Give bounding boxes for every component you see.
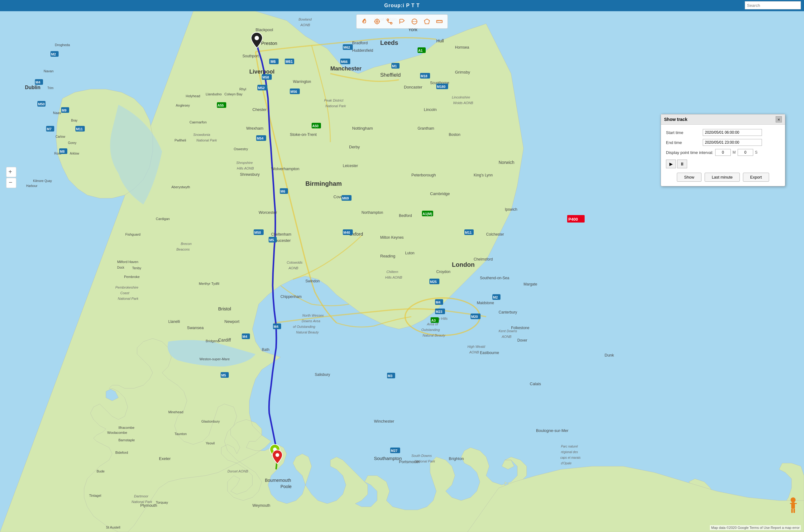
- svg-text:Natural Beauty: Natural Beauty: [423, 334, 446, 337]
- svg-text:Bath: Bath: [262, 347, 270, 352]
- svg-text:Derby: Derby: [349, 145, 360, 149]
- panel-close-button[interactable]: ×: [776, 116, 782, 122]
- svg-text:Chiltern: Chiltern: [386, 270, 398, 274]
- svg-text:Hills AONB: Hills AONB: [237, 167, 254, 170]
- svg-text:Birmingham: Birmingham: [305, 180, 342, 187]
- svg-text:Holyhead: Holyhead: [186, 94, 200, 98]
- show-track-panel: Show track × Start time End time Display…: [661, 114, 785, 186]
- svg-text:Grantham: Grantham: [418, 126, 434, 131]
- svg-text:Cardigan: Cardigan: [156, 217, 170, 221]
- svg-text:Nottingham: Nottingham: [352, 126, 373, 131]
- svg-text:Reading: Reading: [380, 254, 395, 258]
- svg-text:Woolacombe: Woolacombe: [107, 431, 127, 434]
- svg-text:Swansea: Swansea: [187, 325, 204, 330]
- show-button[interactable]: Show: [677, 173, 702, 182]
- circle-tool-button[interactable]: [409, 16, 420, 27]
- svg-text:National Park: National Park: [132, 500, 152, 504]
- svg-text:Bowland: Bowland: [299, 17, 312, 21]
- svg-text:Outstanding: Outstanding: [421, 328, 440, 331]
- svg-text:Dartmoor: Dartmoor: [134, 494, 149, 498]
- svg-text:A1(M): A1(M): [423, 212, 432, 216]
- svg-text:M40: M40: [343, 231, 350, 234]
- svg-text:High Weald: High Weald: [467, 345, 485, 348]
- svg-text:Natural Beauty: Natural Beauty: [296, 330, 319, 334]
- svg-text:Exeter: Exeter: [159, 456, 171, 461]
- polygon-tool-button[interactable]: [421, 16, 433, 27]
- svg-text:M4: M4: [36, 80, 40, 84]
- svg-text:Worcester: Worcester: [259, 210, 277, 215]
- svg-text:Bude: Bude: [97, 469, 105, 473]
- svg-text:M2: M2: [493, 296, 498, 299]
- svg-text:Peak District: Peak District: [324, 98, 344, 102]
- svg-text:Yeovil: Yeovil: [206, 441, 215, 445]
- svg-text:Lincolnshire: Lincolnshire: [452, 95, 470, 99]
- svg-text:Pwllheli: Pwllheli: [174, 138, 186, 142]
- toolbar: [356, 14, 448, 29]
- svg-text:Peterborough: Peterborough: [411, 173, 436, 177]
- export-button[interactable]: Export: [743, 173, 769, 182]
- search-input[interactable]: [745, 1, 801, 10]
- play-button[interactable]: ▶: [666, 159, 676, 168]
- svg-point-262: [387, 19, 389, 21]
- svg-text:Aberystwyth: Aberystwyth: [171, 185, 190, 189]
- map-container[interactable]: Leeds Manchester Liverpool Birmingham Lo…: [0, 11, 804, 532]
- svg-text:P400: P400: [569, 217, 578, 222]
- svg-text:M50: M50: [254, 231, 261, 234]
- svg-text:M180: M180: [437, 85, 446, 89]
- svg-text:Swindon: Swindon: [305, 279, 320, 283]
- svg-text:M54: M54: [257, 136, 264, 140]
- svg-text:National Park: National Park: [196, 138, 217, 142]
- svg-rect-255: [793, 509, 795, 513]
- interval-m-input[interactable]: [738, 149, 753, 156]
- interval-row: Display point time interval: M S: [666, 149, 780, 156]
- svg-text:Chester: Chester: [252, 107, 267, 112]
- interval-m-label: M: [733, 150, 736, 155]
- start-time-label: Start time: [666, 130, 700, 135]
- interval-label: Display point time interval:: [666, 150, 713, 155]
- svg-text:Chelmsford: Chelmsford: [474, 257, 493, 262]
- svg-text:Cambridge: Cambridge: [430, 191, 450, 196]
- svg-text:Kilmore Quay: Kilmore Quay: [33, 179, 52, 183]
- hand-tool-button[interactable]: [359, 16, 370, 27]
- end-time-label: End time: [666, 140, 700, 145]
- svg-text:Lincoln: Lincoln: [424, 107, 437, 112]
- svg-text:M8: M8: [60, 150, 64, 153]
- svg-text:+: +: [8, 168, 12, 175]
- last-minute-button[interactable]: Last minute: [705, 173, 740, 182]
- svg-point-250: [790, 497, 796, 502]
- svg-text:M3: M3: [388, 374, 393, 378]
- svg-text:Bridgend: Bridgend: [206, 339, 219, 343]
- svg-text:Dublin: Dublin: [25, 85, 40, 90]
- svg-text:d'Opale: d'Opale: [561, 461, 572, 465]
- pause-button[interactable]: ⏸: [677, 159, 687, 168]
- end-time-row: End time: [666, 139, 780, 146]
- svg-text:Poole: Poole: [281, 484, 292, 489]
- svg-text:Carlow: Carlow: [56, 135, 65, 138]
- svg-text:Fishguard: Fishguard: [125, 232, 140, 236]
- flag-tool-button[interactable]: [396, 16, 408, 27]
- start-time-input[interactable]: [703, 129, 762, 136]
- svg-point-7: [275, 453, 279, 457]
- end-time-input[interactable]: [703, 139, 762, 146]
- svg-text:M20: M20: [471, 315, 478, 319]
- svg-text:M5: M5: [269, 238, 274, 242]
- measure-tool-button[interactable]: [434, 16, 445, 27]
- svg-text:Milford Haven: Milford Haven: [117, 260, 138, 264]
- header: Group:i P T T: [0, 0, 804, 11]
- svg-text:M61: M61: [285, 59, 293, 64]
- interval-value-input[interactable]: [715, 149, 731, 156]
- target-tool-button[interactable]: [371, 16, 383, 27]
- svg-text:Norwich: Norwich: [499, 160, 515, 165]
- svg-text:A3: A3: [431, 319, 436, 322]
- svg-text:AONB: AONB: [300, 23, 310, 27]
- map-attribution: Map data ©2020 Google Terms of Use Repor…: [710, 525, 801, 530]
- svg-text:Blackpool: Blackpool: [255, 27, 273, 32]
- svg-text:National Park: National Park: [118, 297, 139, 301]
- svg-text:Boston: Boston: [449, 132, 460, 137]
- svg-text:Weymouth: Weymouth: [252, 503, 270, 508]
- pause-icon: ⏸: [680, 162, 684, 167]
- svg-text:St Austell: St Austell: [106, 526, 120, 529]
- route-tool-button[interactable]: [384, 16, 395, 27]
- svg-text:Minehead: Minehead: [168, 410, 183, 414]
- svg-text:M66: M66: [341, 60, 347, 63]
